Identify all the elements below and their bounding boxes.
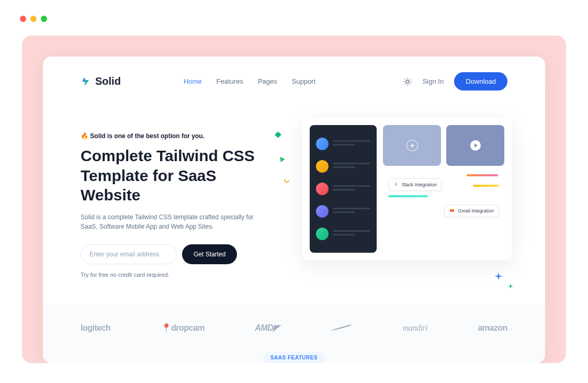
plus-circle-icon — [406, 140, 418, 151]
avatar — [316, 138, 329, 150]
hero-content: 🔥 Solid is one of the best option for yo… — [81, 118, 273, 278]
slack-chip: Slack Integration — [388, 178, 442, 191]
nav-right: Sign In Download — [403, 72, 507, 91]
mockup-card-add — [383, 125, 441, 166]
page: Solid Home Features Pages Support Sign I… — [43, 57, 545, 363]
sparkle-icon — [507, 282, 514, 291]
nav-link-pages[interactable]: Pages — [258, 77, 277, 85]
close-dot — [20, 16, 26, 22]
navbar: Solid Home Features Pages Support Sign I… — [43, 57, 545, 97]
hero-description: Solid is a complete Tailwind CSS templat… — [81, 212, 258, 232]
hero-note: Try for free no credit card required. — [81, 272, 273, 278]
mockup-integrations: Slack Integration Gmail Integration — [383, 171, 504, 223]
logo[interactable]: Solid — [81, 75, 121, 87]
mockup-card-play — [446, 125, 504, 166]
avatar — [316, 228, 329, 240]
hero-title: Complete Tailwind CSS Template for SaaS … — [81, 146, 273, 205]
nav-link-features[interactable]: Features — [217, 77, 243, 85]
decor-triangle-icon — [278, 155, 285, 162]
avatar — [316, 183, 329, 195]
maximize-dot — [41, 16, 47, 22]
svg-rect-4 — [395, 185, 396, 186]
nav-link-home[interactable]: Home — [184, 77, 202, 85]
features-section-tag: SAAS FEATURES — [263, 352, 325, 363]
gmail-icon — [449, 208, 455, 214]
play-icon — [470, 140, 481, 151]
client-mandiri: mandiri — [403, 323, 427, 333]
client-logitech: logitech — [81, 323, 110, 333]
hero-tag: 🔥 Solid is one of the best option for yo… — [81, 132, 273, 140]
sparkle-icon — [494, 272, 503, 283]
client-amazon: amazon — [478, 323, 507, 333]
dashboard-mockup: Slack Integration Gmail Integration — [302, 118, 512, 260]
minimize-dot — [30, 16, 37, 22]
theme-toggle-icon[interactable] — [403, 77, 412, 86]
sign-in-link[interactable]: Sign In — [423, 77, 444, 85]
fire-icon: 🔥 — [81, 132, 88, 140]
list-item — [316, 138, 370, 150]
browser-window-controls — [20, 16, 47, 22]
svg-point-0 — [406, 80, 409, 83]
logo-icon — [81, 76, 91, 87]
logo-text: Solid — [95, 75, 121, 87]
mockup-main: Slack Integration Gmail Integration — [383, 125, 504, 253]
client-dropcam: 📍dropcam — [161, 323, 205, 333]
gmail-chip: Gmail Integration — [444, 205, 499, 217]
nav-link-support[interactable]: Support — [292, 77, 316, 85]
list-item — [316, 205, 370, 218]
get-started-button[interactable]: Get Started — [182, 244, 237, 264]
mockup-sidebar — [310, 125, 377, 253]
hero-tag-text: Solid is one of the best option for you. — [90, 132, 205, 140]
email-form: Get Started — [81, 244, 273, 264]
decor-arc-icon — [283, 176, 290, 184]
nav-links: Home Features Pages Support — [184, 77, 315, 85]
avatar — [316, 160, 329, 173]
avatar — [316, 205, 329, 218]
svg-rect-1 — [394, 184, 396, 184]
client-nike — [330, 321, 353, 335]
list-item — [316, 160, 370, 173]
slack-icon — [393, 182, 399, 188]
email-input[interactable] — [81, 244, 177, 264]
decor-diamond-icon — [275, 131, 281, 138]
client-amd: AMD◤ — [255, 323, 279, 333]
download-button[interactable]: Download — [454, 72, 507, 91]
hero-illustration: Slack Integration Gmail Integration — [293, 118, 507, 278]
svg-rect-3 — [395, 183, 396, 184]
hero: 🔥 Solid is one of the best option for yo… — [43, 97, 545, 278]
list-item — [316, 183, 370, 195]
svg-rect-2 — [397, 184, 398, 184]
list-item — [316, 228, 370, 240]
outer-frame: Solid Home Features Pages Support Sign I… — [22, 36, 566, 363]
